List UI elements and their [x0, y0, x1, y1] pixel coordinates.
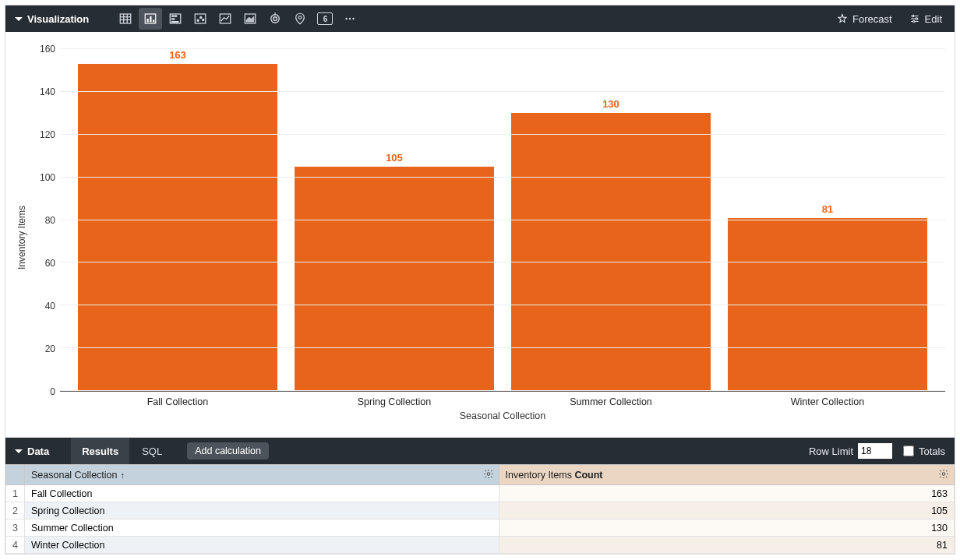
viz-type-more-icon[interactable]	[338, 8, 362, 30]
viz-type-area-icon[interactable]	[238, 8, 262, 30]
bar-rect	[511, 113, 711, 391]
column-header-measure[interactable]: Inventory Items Count	[499, 465, 955, 485]
cell-measure: 105	[499, 502, 955, 519]
viz-type-line-icon[interactable]	[214, 8, 237, 30]
table-row[interactable]: 3Summer Collection130	[6, 519, 955, 537]
forecast-button[interactable]: Forecast	[829, 8, 900, 30]
bar-value-label: 130	[602, 98, 619, 110]
bar-value-label: 105	[386, 152, 403, 164]
totals-toggle[interactable]: Totals	[903, 446, 945, 457]
grid-line	[60, 48, 945, 49]
totals-label: Totals	[919, 446, 945, 457]
svg-point-24	[349, 18, 351, 19]
tab-results[interactable]: Results	[71, 438, 129, 464]
y-tick-label: 140	[40, 86, 55, 97]
grid-line	[60, 347, 945, 348]
grid-line	[60, 134, 945, 135]
column-header-dimension[interactable]: Seasonal Collection↑	[25, 465, 499, 485]
table-row[interactable]: 1Fall Collection163	[6, 485, 955, 502]
cell-measure: 130	[499, 519, 955, 537]
bar[interactable]: 105	[286, 49, 503, 391]
y-tick-label: 120	[40, 129, 55, 140]
caret-down-icon	[15, 449, 23, 453]
x-axis-title: Seasonal Collection	[60, 410, 945, 421]
y-tick-label: 80	[45, 215, 55, 226]
svg-rect-8	[153, 20, 154, 23]
y-tick-label: 60	[45, 258, 55, 269]
cell-dimension: Spring Collection	[25, 502, 499, 519]
bar-value-label: 81	[822, 203, 833, 215]
data-toolbar: Data Results SQL Add calculation Row Lim…	[5, 438, 955, 464]
svg-rect-0	[120, 14, 131, 23]
table-row[interactable]: 2Spring Collection105	[6, 502, 955, 519]
svg-point-31	[912, 20, 914, 22]
x-tick-label: Spring Collection	[286, 396, 503, 407]
row-limit-label: Row Limit	[809, 446, 853, 457]
svg-point-20	[274, 17, 277, 21]
svg-rect-10	[171, 16, 178, 17]
edit-button[interactable]: Edit	[902, 8, 950, 30]
row-limit-group: Row Limit	[809, 443, 892, 459]
row-limit-input[interactable]	[858, 443, 892, 459]
visualization-section-toggle[interactable]: Visualization	[10, 5, 95, 32]
viz-type-column-icon[interactable]	[139, 8, 162, 30]
svg-rect-13	[195, 14, 206, 23]
svg-point-29	[912, 15, 913, 16]
svg-point-30	[916, 18, 917, 19]
y-tick-label: 40	[45, 301, 55, 312]
viz-type-donut-icon[interactable]	[263, 8, 287, 30]
grid-line	[60, 305, 945, 305]
row-number: 1	[6, 485, 25, 502]
gear-icon[interactable]	[938, 468, 949, 481]
viz-type-single-value-icon[interactable]: 6	[313, 8, 337, 30]
table-row[interactable]: 4Winter Collection81	[6, 537, 955, 554]
svg-point-25	[353, 18, 355, 19]
y-axis-label: Inventory Items	[15, 43, 29, 432]
chart-plot[interactable]: 16310513081	[60, 49, 945, 392]
grid-line	[60, 220, 945, 220]
bar[interactable]: 130	[503, 49, 719, 391]
svg-point-15	[200, 16, 202, 18]
viz-type-bar-icon[interactable]	[164, 8, 187, 30]
cell-dimension: Winter Collection	[25, 537, 499, 554]
grid-line	[60, 262, 945, 262]
y-axis-ticks: 020406080100120140160	[29, 49, 60, 392]
y-tick-label: 160	[40, 44, 55, 55]
y-tick-label: 0	[50, 386, 55, 397]
viz-type-scatter-icon[interactable]	[189, 8, 212, 30]
visualization-toolbar: Visualization 6	[5, 5, 955, 32]
visualization-title: Visualization	[27, 13, 89, 25]
x-tick-label: Winter Collection	[719, 396, 936, 407]
grid-line	[60, 177, 945, 178]
gear-icon[interactable]	[483, 468, 494, 481]
viz-type-map-icon[interactable]	[288, 8, 312, 30]
x-axis-labels: Fall CollectionSpring CollectionSummer C…	[60, 392, 945, 407]
tab-sql[interactable]: SQL	[131, 438, 173, 464]
svg-rect-6	[147, 19, 149, 23]
cell-dimension: Fall Collection	[25, 485, 499, 502]
add-calculation-button[interactable]: Add calculation	[187, 442, 269, 460]
viz-type-table-icon[interactable]	[114, 8, 137, 30]
svg-point-14	[197, 19, 199, 21]
sort-asc-icon: ↑	[121, 470, 125, 480]
x-tick-label: Fall Collection	[69, 396, 286, 407]
svg-rect-7	[150, 16, 151, 23]
bar[interactable]: 81	[719, 49, 936, 391]
row-number: 2	[6, 502, 25, 519]
bar-rect	[295, 167, 494, 391]
x-tick-label: Summer Collection	[503, 396, 719, 407]
row-number: 3	[6, 519, 25, 537]
edit-label: Edit	[925, 13, 942, 25]
bar-value-label: 163	[169, 49, 186, 61]
svg-point-22	[298, 16, 302, 19]
bar-rect	[78, 64, 277, 391]
totals-checkbox[interactable]	[903, 446, 914, 456]
grid-line	[60, 91, 945, 92]
bar[interactable]: 163	[69, 49, 286, 391]
data-section-toggle[interactable]: Data	[10, 438, 55, 464]
cell-dimension: Summer Collection	[25, 519, 499, 537]
forecast-icon	[837, 13, 848, 24]
row-number-header	[6, 465, 25, 485]
svg-rect-12	[171, 21, 179, 23]
forecast-label: Forecast	[852, 13, 892, 25]
